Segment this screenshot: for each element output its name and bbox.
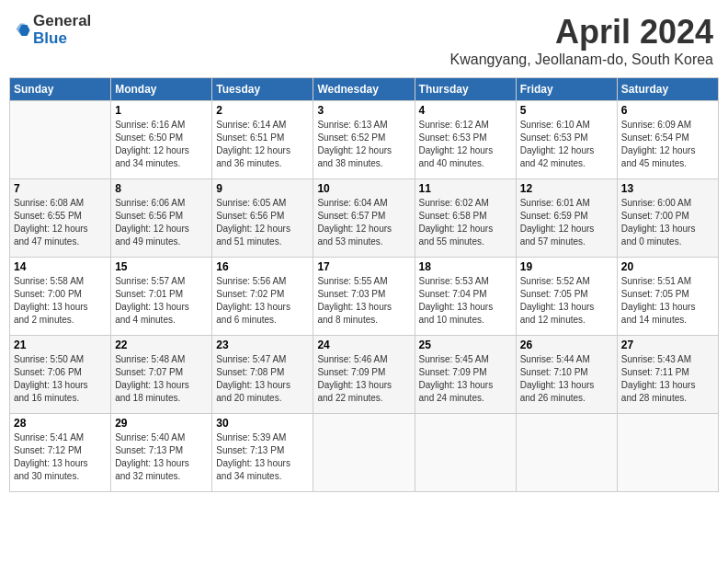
day-info: Sunrise: 6:14 AM Sunset: 6:51 PM Dayligh… xyxy=(216,119,309,170)
day-number: 24 xyxy=(317,339,410,351)
day-number: 20 xyxy=(621,260,714,273)
day-info: Sunrise: 6:01 AM Sunset: 6:59 PM Dayligh… xyxy=(520,197,613,248)
day-info: Sunrise: 5:41 AM Sunset: 7:12 PM Dayligh… xyxy=(14,431,107,483)
day-info: Sunrise: 6:02 AM Sunset: 6:58 PM Dayligh… xyxy=(419,197,512,248)
calendar-week-row: 28Sunrise: 5:41 AM Sunset: 7:12 PM Dayli… xyxy=(10,414,719,492)
calendar-day-cell: 21Sunrise: 5:50 AM Sunset: 7:06 PM Dayli… xyxy=(10,336,111,414)
calendar-day-cell: 22Sunrise: 5:48 AM Sunset: 7:07 PM Dayli… xyxy=(111,336,212,414)
day-number: 10 xyxy=(317,182,410,195)
day-number: 5 xyxy=(520,104,613,117)
weekday-header-cell: Thursday xyxy=(415,78,516,101)
calendar-day-cell: 29Sunrise: 5:40 AM Sunset: 7:13 PM Dayli… xyxy=(111,414,212,492)
calendar-day-cell: 24Sunrise: 5:46 AM Sunset: 7:09 PM Dayli… xyxy=(313,336,415,414)
day-number: 12 xyxy=(520,182,613,195)
day-info: Sunrise: 5:43 AM Sunset: 7:11 PM Dayligh… xyxy=(621,353,714,405)
day-info: Sunrise: 6:10 AM Sunset: 6:53 PM Dayligh… xyxy=(520,119,613,170)
day-number: 25 xyxy=(419,339,512,351)
day-number: 30 xyxy=(216,417,309,430)
day-info: Sunrise: 5:55 AM Sunset: 7:03 PM Dayligh… xyxy=(317,275,410,327)
calendar-day-cell: 7Sunrise: 6:08 AM Sunset: 6:55 PM Daylig… xyxy=(10,179,111,258)
calendar-day-cell: 14Sunrise: 5:58 AM Sunset: 7:00 PM Dayli… xyxy=(10,258,111,336)
calendar-day-cell: 10Sunrise: 6:04 AM Sunset: 6:57 PM Dayli… xyxy=(313,179,415,258)
calendar-day-cell: 17Sunrise: 5:55 AM Sunset: 7:03 PM Dayli… xyxy=(313,258,415,336)
day-number: 27 xyxy=(621,339,714,351)
day-number: 2 xyxy=(216,104,309,117)
weekday-header-cell: Wednesday xyxy=(313,78,415,101)
calendar-day-cell: 25Sunrise: 5:45 AM Sunset: 7:09 PM Dayli… xyxy=(415,336,516,414)
day-info: Sunrise: 5:40 AM Sunset: 7:13 PM Dayligh… xyxy=(115,431,208,483)
calendar-day-cell: 13Sunrise: 6:00 AM Sunset: 7:00 PM Dayli… xyxy=(617,179,718,258)
day-number: 7 xyxy=(14,182,107,195)
calendar-day-cell: 30Sunrise: 5:39 AM Sunset: 7:13 PM Dayli… xyxy=(212,414,313,492)
day-info: Sunrise: 6:04 AM Sunset: 6:57 PM Dayligh… xyxy=(317,197,410,248)
calendar-day-cell xyxy=(10,101,111,179)
title-area: April 2024 Kwangyang, Jeollanam-do, Sout… xyxy=(450,13,713,68)
calendar-week-row: 21Sunrise: 5:50 AM Sunset: 7:06 PM Dayli… xyxy=(10,336,719,414)
calendar-day-cell: 5Sunrise: 6:10 AM Sunset: 6:53 PM Daylig… xyxy=(516,101,617,179)
calendar-day-cell: 15Sunrise: 5:57 AM Sunset: 7:01 PM Dayli… xyxy=(111,258,212,336)
day-info: Sunrise: 5:56 AM Sunset: 7:02 PM Dayligh… xyxy=(216,275,309,327)
day-number: 23 xyxy=(216,339,309,351)
day-info: Sunrise: 6:05 AM Sunset: 6:56 PM Dayligh… xyxy=(216,197,309,248)
day-number: 4 xyxy=(419,104,512,117)
calendar-day-cell: 12Sunrise: 6:01 AM Sunset: 6:59 PM Dayli… xyxy=(516,179,617,258)
weekday-header-cell: Saturday xyxy=(617,78,718,101)
day-info: Sunrise: 5:39 AM Sunset: 7:13 PM Dayligh… xyxy=(216,431,309,483)
day-info: Sunrise: 5:45 AM Sunset: 7:09 PM Dayligh… xyxy=(419,353,512,405)
day-info: Sunrise: 5:58 AM Sunset: 7:00 PM Dayligh… xyxy=(14,275,107,327)
calendar-day-cell: 28Sunrise: 5:41 AM Sunset: 7:12 PM Dayli… xyxy=(10,414,111,492)
calendar-table: SundayMondayTuesdayWednesdayThursdayFrid… xyxy=(9,77,719,492)
day-number: 28 xyxy=(14,417,107,430)
day-number: 13 xyxy=(621,182,714,195)
calendar-day-cell xyxy=(415,414,516,492)
logo-icon xyxy=(15,22,31,39)
day-info: Sunrise: 5:52 AM Sunset: 7:05 PM Dayligh… xyxy=(520,275,613,327)
day-number: 1 xyxy=(115,104,208,117)
day-number: 9 xyxy=(216,182,309,195)
calendar-day-cell: 1Sunrise: 6:16 AM Sunset: 6:50 PM Daylig… xyxy=(111,101,212,179)
day-number: 22 xyxy=(115,339,208,351)
day-number: 21 xyxy=(14,339,107,351)
weekday-header-cell: Sunday xyxy=(10,78,111,101)
day-number: 6 xyxy=(621,104,714,117)
day-info: Sunrise: 5:48 AM Sunset: 7:07 PM Dayligh… xyxy=(115,353,208,405)
day-info: Sunrise: 5:47 AM Sunset: 7:08 PM Dayligh… xyxy=(216,353,309,405)
day-number: 11 xyxy=(419,182,512,195)
day-info: Sunrise: 6:09 AM Sunset: 6:54 PM Dayligh… xyxy=(621,119,714,170)
calendar-day-cell: 19Sunrise: 5:52 AM Sunset: 7:05 PM Dayli… xyxy=(516,258,617,336)
day-number: 29 xyxy=(115,417,208,430)
calendar-day-cell: 9Sunrise: 6:05 AM Sunset: 6:56 PM Daylig… xyxy=(212,179,313,258)
day-info: Sunrise: 6:08 AM Sunset: 6:55 PM Dayligh… xyxy=(14,197,107,248)
day-number: 14 xyxy=(14,260,107,273)
day-number: 18 xyxy=(419,260,512,273)
day-info: Sunrise: 6:12 AM Sunset: 6:53 PM Dayligh… xyxy=(419,119,512,170)
day-number: 19 xyxy=(520,260,613,273)
day-number: 8 xyxy=(115,182,208,195)
day-info: Sunrise: 6:06 AM Sunset: 6:56 PM Dayligh… xyxy=(115,197,208,248)
day-info: Sunrise: 5:50 AM Sunset: 7:06 PM Dayligh… xyxy=(14,353,107,405)
logo-general: General xyxy=(33,13,91,30)
logo-blue: Blue xyxy=(33,30,91,48)
calendar-day-cell: 4Sunrise: 6:12 AM Sunset: 6:53 PM Daylig… xyxy=(415,101,516,179)
calendar-body: 1Sunrise: 6:16 AM Sunset: 6:50 PM Daylig… xyxy=(10,101,719,492)
calendar-day-cell: 8Sunrise: 6:06 AM Sunset: 6:56 PM Daylig… xyxy=(111,179,212,258)
weekday-header-row: SundayMondayTuesdayWednesdayThursdayFrid… xyxy=(10,78,719,101)
day-info: Sunrise: 6:13 AM Sunset: 6:52 PM Dayligh… xyxy=(317,119,410,170)
calendar-week-row: 1Sunrise: 6:16 AM Sunset: 6:50 PM Daylig… xyxy=(10,101,719,179)
day-info: Sunrise: 5:53 AM Sunset: 7:04 PM Dayligh… xyxy=(419,275,512,327)
calendar-day-cell: 26Sunrise: 5:44 AM Sunset: 7:10 PM Dayli… xyxy=(516,336,617,414)
calendar-day-cell: 23Sunrise: 5:47 AM Sunset: 7:08 PM Dayli… xyxy=(212,336,313,414)
day-info: Sunrise: 6:00 AM Sunset: 7:00 PM Dayligh… xyxy=(621,197,714,248)
calendar-day-cell: 20Sunrise: 5:51 AM Sunset: 7:05 PM Dayli… xyxy=(617,258,718,336)
calendar-day-cell: 3Sunrise: 6:13 AM Sunset: 6:52 PM Daylig… xyxy=(313,101,415,179)
calendar-day-cell: 6Sunrise: 6:09 AM Sunset: 6:54 PM Daylig… xyxy=(617,101,718,179)
calendar-week-row: 14Sunrise: 5:58 AM Sunset: 7:00 PM Dayli… xyxy=(10,258,719,336)
logo: General Blue xyxy=(15,13,91,47)
calendar-day-cell: 18Sunrise: 5:53 AM Sunset: 7:04 PM Dayli… xyxy=(415,258,516,336)
weekday-header-cell: Tuesday xyxy=(212,78,313,101)
day-info: Sunrise: 5:51 AM Sunset: 7:05 PM Dayligh… xyxy=(621,275,714,327)
day-info: Sunrise: 5:46 AM Sunset: 7:09 PM Dayligh… xyxy=(317,353,410,405)
day-number: 17 xyxy=(317,260,410,273)
calendar-week-row: 7Sunrise: 6:08 AM Sunset: 6:55 PM Daylig… xyxy=(10,179,719,258)
calendar-day-cell xyxy=(313,414,415,492)
